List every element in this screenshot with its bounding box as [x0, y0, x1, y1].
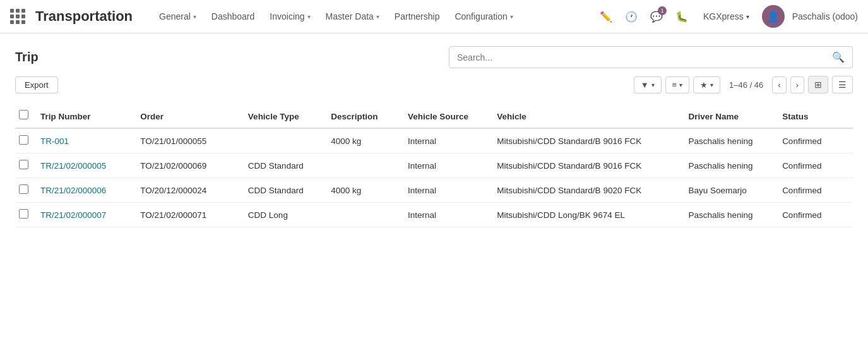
table-row: TR/21/02/000005 TO/21/02/000069 CDD Stan…	[15, 153, 853, 178]
user-name[interactable]: Paschalis (odoo)	[792, 11, 858, 21]
row-description: 4000 kg	[324, 128, 401, 153]
row-vehicle-type: CDD Standard	[242, 153, 324, 178]
col-header-vehicle-source: Vehicle Source	[401, 104, 490, 128]
row-status: Confirmed	[776, 203, 853, 227]
chevron-down-icon: ▾	[307, 13, 311, 20]
export-button[interactable]: Export	[15, 76, 58, 93]
groupby-button[interactable]: ≡ ▾	[665, 76, 690, 93]
chevron-down-icon: ▾	[376, 13, 379, 20]
nav-item-partnership[interactable]: Partnership	[388, 8, 446, 25]
col-header-vehicle: Vehicle	[490, 104, 682, 128]
filters-button[interactable]: ▼ ▾	[634, 76, 662, 93]
row-checkbox-cell	[15, 153, 34, 178]
row-vehicle-type: CDD Standard	[242, 178, 324, 203]
avatar[interactable]: 👤	[762, 5, 785, 28]
col-header-driver-name: Driver Name	[682, 104, 776, 128]
notification-badge: 1	[658, 6, 667, 15]
nav-item-general[interactable]: General ▾	[153, 8, 203, 25]
page-header: Trip 🔍	[15, 46, 853, 68]
col-header-description: Description	[324, 104, 401, 128]
nav-item-invoicing[interactable]: Invoicing ▾	[263, 8, 316, 25]
top-navigation: Transportation General ▾ Dashboard Invoi…	[0, 0, 868, 33]
nav-item-masterdata[interactable]: Master Data ▾	[319, 8, 386, 25]
chevron-down-icon: ▾	[193, 13, 196, 20]
row-status: Confirmed	[776, 178, 853, 203]
edit-icon[interactable]: ✏️	[597, 8, 615, 25]
row-order: TO/21/02/000069	[134, 153, 242, 178]
main-content: Trip 🔍 Export ▼ ▾ ≡ ▾ ★ ▾ 1–46 / 46 ‹ › …	[0, 33, 868, 240]
chevron-down-icon: ▾	[746, 13, 749, 20]
row-checkbox-cell	[15, 178, 34, 203]
chevron-down-icon: ▾	[510, 13, 513, 20]
chevron-down-icon: ▾	[710, 81, 713, 88]
row-vehicle-type: CDD Long	[242, 203, 324, 227]
row-driver-name: Paschalis hening	[682, 203, 776, 227]
row-driver-name: Paschalis hening	[682, 128, 776, 153]
app-title: Transportation	[35, 8, 133, 25]
row-checkbox[interactable]	[19, 184, 28, 194]
trip-link[interactable]: TR/21/02/000006	[40, 186, 106, 195]
next-page-button[interactable]: ›	[790, 76, 804, 93]
chevron-down-icon: ▾	[651, 81, 655, 88]
trips-table: Trip Number Order Vehicle Type Descripti…	[15, 104, 853, 227]
page-title: Trip	[15, 50, 39, 64]
select-all-checkbox[interactable]	[19, 110, 28, 119]
pagination-info: 1–46 / 46	[724, 80, 768, 90]
nav-menu: General ▾ Dashboard Invoicing ▾ Master D…	[153, 8, 592, 25]
star-icon: ★	[700, 80, 708, 90]
col-header-order: Order	[134, 104, 242, 128]
chevron-down-icon: ▾	[679, 81, 682, 88]
row-checkbox[interactable]	[19, 135, 28, 145]
table-row: TR-001 TO/21/01/000055 4000 kg Internal …	[15, 128, 853, 153]
chat-icon[interactable]: 💬 1	[648, 8, 665, 25]
row-trip-number: TR/21/02/000005	[34, 153, 134, 178]
table-row: TR/21/02/000006 TO/20/12/000024 CDD Stan…	[15, 178, 853, 203]
bug-icon[interactable]: 🐛	[673, 8, 691, 25]
filter-icon: ▼	[641, 80, 649, 90]
row-vehicle: Mitsubishi/CDD Standard/B 9020 FCK	[490, 178, 682, 203]
company-selector[interactable]: KGXpress ▾	[698, 9, 754, 24]
row-driver-name: Paschalis hening	[682, 153, 776, 178]
row-trip-number: TR-001	[34, 128, 134, 153]
list-icon: ≡	[672, 80, 677, 90]
row-checkbox[interactable]	[19, 209, 28, 219]
nav-item-dashboard[interactable]: Dashboard	[205, 8, 261, 25]
col-header-trip-number: Trip Number	[34, 104, 134, 128]
table-wrapper: Trip Number Order Vehicle Type Descripti…	[15, 104, 853, 227]
row-order: TO/21/01/000055	[134, 128, 242, 153]
row-trip-number: TR/21/02/000006	[34, 178, 134, 203]
search-button[interactable]: 🔍	[824, 47, 852, 68]
table-header-row: Trip Number Order Vehicle Type Descripti…	[15, 104, 853, 128]
search-input[interactable]	[449, 48, 824, 67]
row-checkbox-cell	[15, 203, 34, 227]
toolbar-right: ▼ ▾ ≡ ▾ ★ ▾ 1–46 / 46 ‹ › ⊞ ☰	[634, 76, 853, 93]
table-row: TR/21/02/000007 TO/21/02/000071 CDD Long…	[15, 203, 853, 227]
row-description	[324, 153, 401, 178]
header-checkbox-col	[15, 104, 34, 128]
favorites-button[interactable]: ★ ▾	[693, 76, 720, 93]
row-trip-number: TR/21/02/000007	[34, 203, 134, 227]
row-order: TO/20/12/000024	[134, 178, 242, 203]
row-checkbox[interactable]	[19, 160, 28, 169]
nav-item-configuration[interactable]: Configuration ▾	[448, 8, 519, 25]
trip-link[interactable]: TR-001	[40, 136, 69, 146]
toolbar: Export ▼ ▾ ≡ ▾ ★ ▾ 1–46 / 46 ‹ › ⊞ ☰	[15, 76, 853, 93]
list-view-button[interactable]: ☰	[832, 76, 853, 93]
row-driver-name: Bayu Soemarjo	[682, 178, 776, 203]
row-order: TO/21/02/000071	[134, 203, 242, 227]
row-status: Confirmed	[776, 153, 853, 178]
row-description: 4000 kg	[324, 178, 401, 203]
row-vehicle-source: Internal	[401, 128, 490, 153]
search-box: 🔍	[449, 46, 853, 68]
row-vehicle-source: Internal	[401, 178, 490, 203]
trip-link[interactable]: TR/21/02/000005	[40, 161, 106, 171]
col-header-status: Status	[776, 104, 853, 128]
row-status: Confirmed	[776, 128, 853, 153]
trip-link[interactable]: TR/21/02/000007	[40, 210, 106, 220]
row-vehicle-source: Internal	[401, 153, 490, 178]
prev-page-button[interactable]: ‹	[772, 76, 786, 93]
app-grid-icon[interactable]	[10, 9, 25, 24]
kanban-view-button[interactable]: ⊞	[808, 76, 828, 93]
row-vehicle: Mitsubishi/CDD Standard/B 9016 FCK	[490, 128, 682, 153]
history-icon[interactable]: 🕐	[622, 8, 640, 25]
